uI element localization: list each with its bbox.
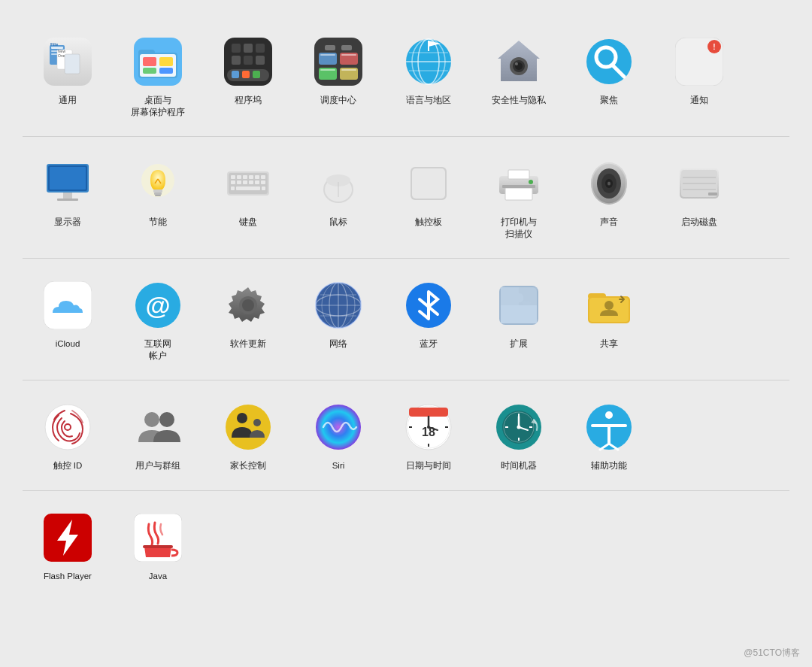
svg-text:One: One — [58, 53, 65, 58]
mission-icon — [311, 35, 365, 89]
spotlight-icon — [582, 35, 636, 89]
item-siri[interactable]: Siri — [293, 394, 383, 478]
item-datetime[interactable]: 18 日期与时间 — [383, 394, 474, 478]
svg-rect-17 — [159, 68, 173, 74]
sharing-label: 共享 — [600, 338, 618, 350]
item-touchid[interactable]: 触控 ID — [23, 394, 113, 478]
mouse-label: 鼠标 — [329, 217, 347, 229]
svg-rect-23 — [232, 44, 241, 53]
java-label: Java — [149, 571, 167, 583]
item-mouse[interactable]: 鼠标 — [293, 150, 383, 246]
notifications-icon: ! — [672, 35, 726, 89]
item-security[interactable]: 安全性与隐私 — [474, 29, 564, 124]
svg-rect-81 — [249, 180, 253, 184]
item-energy[interactable]: 节能 — [113, 150, 203, 246]
section-internet: iCloud @ 互联网帐户 — [23, 259, 789, 380]
general-icon: File New One — [41, 35, 95, 89]
displays-label: 显示器 — [54, 217, 81, 229]
siri-icon — [311, 400, 365, 454]
accessibility-icon — [582, 400, 636, 454]
item-notifications[interactable]: ! 通知 — [654, 29, 744, 124]
svg-rect-24 — [244, 44, 253, 53]
svg-rect-109 — [708, 193, 717, 196]
energy-label: 节能 — [149, 217, 167, 229]
language-label: 语言与地区 — [406, 95, 451, 107]
svg-rect-26 — [232, 56, 241, 65]
item-internet-accounts[interactable]: @ 互联网帐户 — [113, 272, 203, 368]
item-displays[interactable]: 显示器 — [23, 150, 113, 246]
item-java[interactable]: Java — [113, 505, 203, 589]
svg-rect-92 — [412, 168, 445, 199]
item-keyboard[interactable]: 键盘 — [203, 150, 293, 246]
security-icon — [492, 35, 546, 89]
item-sharing[interactable]: 共享 — [564, 272, 654, 368]
svg-point-97 — [529, 180, 533, 184]
svg-rect-84 — [236, 186, 260, 190]
item-spotlight[interactable]: 聚焦 — [564, 29, 654, 124]
parental-icon — [221, 400, 275, 454]
svg-rect-25 — [256, 44, 265, 53]
siri-label: Siri — [332, 460, 345, 472]
svg-rect-76 — [255, 175, 259, 179]
dock-icon — [221, 35, 275, 89]
item-sound[interactable]: 声音 — [564, 150, 654, 246]
svg-rect-83 — [261, 180, 265, 184]
svg-rect-63 — [57, 199, 78, 201]
users-icon — [131, 400, 185, 454]
item-startup[interactable]: 启动磁盘 — [654, 150, 744, 246]
svg-rect-80 — [243, 180, 247, 184]
item-accessibility[interactable]: 辅助功能 — [564, 394, 654, 478]
printers-icon — [492, 156, 546, 211]
item-flash[interactable]: Flash Player — [23, 505, 113, 589]
item-mission[interactable]: 调度中心 — [293, 29, 383, 124]
bluetooth-label: 蓝牙 — [420, 338, 438, 350]
svg-rect-82 — [255, 180, 259, 184]
timemachine-label: 时间机器 — [501, 460, 537, 472]
java-icon — [131, 511, 185, 565]
item-general[interactable]: File New One 通用 — [23, 29, 113, 124]
item-users[interactable]: 用户与群组 — [113, 394, 203, 478]
software-update-icon — [221, 278, 275, 332]
item-language[interactable]: 语言与地区 — [383, 29, 474, 124]
svg-rect-33 — [341, 54, 356, 56]
startup-icon — [672, 156, 726, 211]
svg-rect-66 — [154, 193, 162, 195]
extensions-icon — [492, 278, 546, 332]
extensions-label: 扩展 — [510, 338, 528, 350]
item-software-update[interactable]: 软件更新 — [203, 272, 293, 368]
svg-rect-15 — [159, 57, 173, 66]
svg-point-102 — [607, 182, 611, 186]
item-extensions[interactable]: 扩展 — [474, 272, 564, 368]
language-icon — [401, 35, 456, 89]
item-network[interactable]: 网络 — [293, 272, 383, 368]
item-dock[interactable]: 程序坞 — [203, 29, 293, 124]
flash-icon — [41, 511, 95, 565]
svg-text:@: @ — [145, 291, 170, 320]
icloud-icon — [41, 278, 95, 332]
item-icloud[interactable]: iCloud — [23, 272, 113, 368]
item-printers[interactable]: 打印机与扫描仪 — [474, 150, 564, 246]
security-label: 安全性与隐私 — [492, 95, 546, 107]
svg-point-137 — [253, 419, 261, 426]
svg-rect-75 — [249, 175, 253, 179]
item-parental[interactable]: 家长控制 — [203, 394, 293, 478]
svg-rect-9 — [65, 54, 80, 74]
svg-rect-65 — [153, 189, 162, 193]
svg-rect-37 — [341, 69, 356, 71]
network-label: 网络 — [329, 338, 347, 350]
accessibility-label: 辅助功能 — [591, 460, 627, 472]
item-timemachine[interactable]: 时间机器 — [474, 394, 564, 478]
item-bluetooth[interactable]: 蓝牙 — [383, 272, 474, 368]
printers-label: 打印机与扫描仪 — [501, 217, 537, 240]
svg-point-135 — [226, 405, 271, 450]
svg-point-130 — [604, 301, 614, 310]
svg-rect-38 — [325, 45, 335, 50]
item-desktop[interactable]: 桌面与屏幕保护程序 — [113, 29, 203, 124]
svg-rect-22 — [253, 71, 260, 78]
item-trackpad[interactable]: 触控板 — [383, 150, 474, 246]
svg-point-52 — [515, 62, 518, 65]
svg-rect-27 — [244, 56, 253, 65]
network-icon — [311, 278, 365, 332]
svg-rect-20 — [232, 71, 239, 78]
svg-rect-79 — [237, 180, 241, 184]
